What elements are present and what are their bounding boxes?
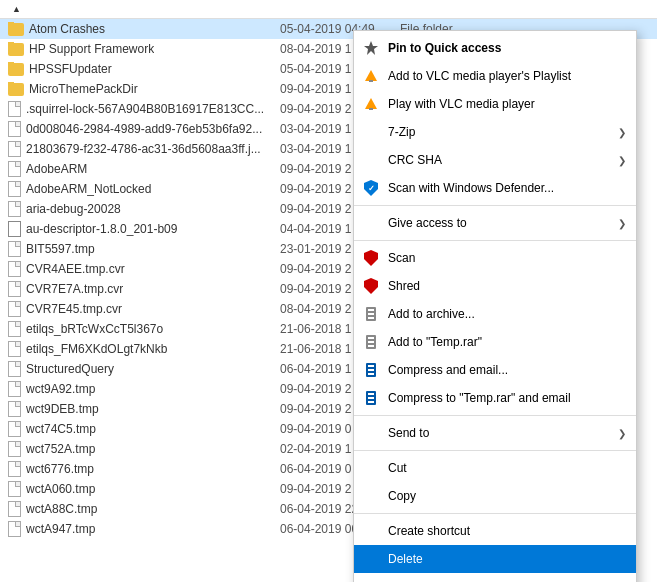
context-menu-item-shred[interactable]: Shred — [354, 272, 636, 300]
file-name-cell: MicroThemePackDir — [0, 82, 280, 96]
context-menu-item-rename[interactable]: Rename — [354, 573, 636, 582]
file-name-label: aria-debug-20028 — [26, 202, 121, 216]
menu-item-label: Delete — [388, 552, 626, 566]
menu-item-icon — [362, 214, 380, 232]
file-name-label: etilqs_bRTcWxCcT5l367o — [26, 322, 163, 336]
sort-arrow-icon: ▲ — [12, 4, 21, 14]
svg-rect-11 — [368, 341, 374, 343]
context-menu-item-send-to[interactable]: Send to ❯ — [354, 419, 636, 447]
menu-item-icon — [362, 361, 380, 379]
menu-item-label: Play with VLC media player — [388, 97, 626, 111]
svg-marker-0 — [365, 70, 377, 81]
context-menu-item-crc-sha[interactable]: CRC SHA ❯ — [354, 146, 636, 174]
menu-item-icon — [362, 249, 380, 267]
context-menu-item-compress-email[interactable]: Compress and email... — [354, 356, 636, 384]
file-icon — [8, 281, 21, 297]
file-name-cell: wct9A92.tmp — [0, 381, 280, 397]
shield-red-icon — [364, 278, 378, 294]
menu-item-icon — [362, 550, 380, 568]
shield-red-icon — [364, 250, 378, 266]
svg-rect-15 — [368, 369, 374, 371]
col-date-header[interactable] — [280, 4, 400, 14]
file-name-label: StructuredQuery — [26, 362, 114, 376]
context-menu-item-cut[interactable]: Cut — [354, 454, 636, 482]
menu-item-label: Give access to — [388, 216, 610, 230]
vlc-icon — [364, 97, 378, 111]
file-name-cell: wct6776.tmp — [0, 461, 280, 477]
svg-text:✓: ✓ — [368, 184, 375, 193]
col-type-header[interactable] — [400, 4, 510, 14]
col-size-header[interactable] — [510, 4, 590, 14]
file-name-cell: BIT5597.tmp — [0, 241, 280, 257]
compress-icon — [365, 391, 377, 405]
folder-icon — [8, 43, 24, 56]
archive-icon — [365, 307, 377, 321]
context-menu-item-play-vlc[interactable]: Play with VLC media player — [354, 90, 636, 118]
svg-rect-14 — [368, 365, 374, 367]
menu-item-label: Copy — [388, 489, 626, 503]
menu-item-label: CRC SHA — [388, 153, 610, 167]
file-icon — [8, 161, 21, 177]
context-menu-item-give-access[interactable]: Give access to ❯ — [354, 209, 636, 237]
file-name-label: CVR4AEE.tmp.cvr — [26, 262, 125, 276]
file-icon — [8, 501, 21, 517]
menu-item-icon — [362, 305, 380, 323]
menu-item-icon — [362, 487, 380, 505]
context-menu-item-copy[interactable]: Copy — [354, 482, 636, 510]
menu-item-icon — [362, 123, 380, 141]
svg-rect-20 — [368, 401, 374, 403]
file-icon — [8, 421, 21, 437]
file-icon — [8, 401, 21, 417]
file-name-label: 0d008046-2984-4989-add9-76eb53b6fa92... — [26, 122, 262, 136]
file-name-label: wct6776.tmp — [26, 462, 94, 476]
folder-icon — [8, 63, 24, 76]
svg-rect-8 — [368, 317, 374, 319]
file-icon — [8, 321, 21, 337]
context-menu-item-compress-temp-email[interactable]: Compress to "Temp.rar" and email — [354, 384, 636, 412]
svg-rect-19 — [368, 397, 374, 399]
context-menu-item-delete[interactable]: Delete — [354, 545, 636, 573]
menu-item-icon — [362, 459, 380, 477]
file-name-cell: CVR7E7A.tmp.cvr — [0, 281, 280, 297]
svg-rect-16 — [368, 373, 374, 375]
svg-marker-2 — [365, 98, 377, 109]
file-name-cell: CVR4AEE.tmp.cvr — [0, 261, 280, 277]
file-icon — [8, 261, 21, 277]
context-menu-item-add-vlc-playlist[interactable]: Add to VLC media player's Playlist — [354, 62, 636, 90]
menu-separator — [354, 450, 636, 451]
file-name-cell: AdobeARM — [0, 161, 280, 177]
menu-item-icon — [362, 578, 380, 582]
file-name-label: HPSSFUpdater — [29, 62, 112, 76]
defender-icon: ✓ — [364, 180, 378, 196]
svg-rect-7 — [368, 313, 374, 315]
context-menu-item-scan[interactable]: Scan — [354, 244, 636, 272]
file-name-cell: 0d008046-2984-4989-add9-76eb53b6fa92... — [0, 121, 280, 137]
file-name-label: CVR7E45.tmp.cvr — [26, 302, 122, 316]
context-menu-item-pin-quick-access[interactable]: Pin to Quick access — [354, 34, 636, 62]
file-name-label: MicroThemePackDir — [29, 82, 138, 96]
menu-separator — [354, 513, 636, 514]
file-name-cell: .squirrel-lock-567A904B80B16917E813CC... — [0, 101, 280, 117]
context-menu-item-add-temp-rar[interactable]: Add to "Temp.rar" — [354, 328, 636, 356]
submenu-arrow-icon: ❯ — [618, 127, 626, 138]
svg-rect-1 — [369, 80, 373, 82]
file-icon — [8, 201, 21, 217]
menu-item-icon — [362, 389, 380, 407]
context-menu-item-7zip[interactable]: 7-Zip ❯ — [354, 118, 636, 146]
menu-separator — [354, 240, 636, 241]
menu-item-label: Send to — [388, 426, 610, 440]
menu-item-icon — [362, 95, 380, 113]
file-name-cell: wctA947.tmp — [0, 521, 280, 537]
context-menu-item-add-archive[interactable]: Add to archive... — [354, 300, 636, 328]
submenu-arrow-icon: ❯ — [618, 218, 626, 229]
file-name-cell: au-descriptor-1.8.0_201-b09 — [0, 221, 280, 237]
context-menu-item-create-shortcut[interactable]: Create shortcut — [354, 517, 636, 545]
context-menu-item-scan-defender[interactable]: ✓ Scan with Windows Defender... — [354, 174, 636, 202]
file-icon — [8, 101, 21, 117]
col-name-header[interactable]: ▲ — [0, 4, 280, 14]
file-name-label: Atom Crashes — [29, 22, 105, 36]
file-name-label: wctA88C.tmp — [26, 502, 97, 516]
file-icon — [8, 121, 21, 137]
file-name-cell: wct74C5.tmp — [0, 421, 280, 437]
file-name-label: 21803679-f232-4786-ac31-36d5608aa3ff.j..… — [26, 142, 261, 156]
